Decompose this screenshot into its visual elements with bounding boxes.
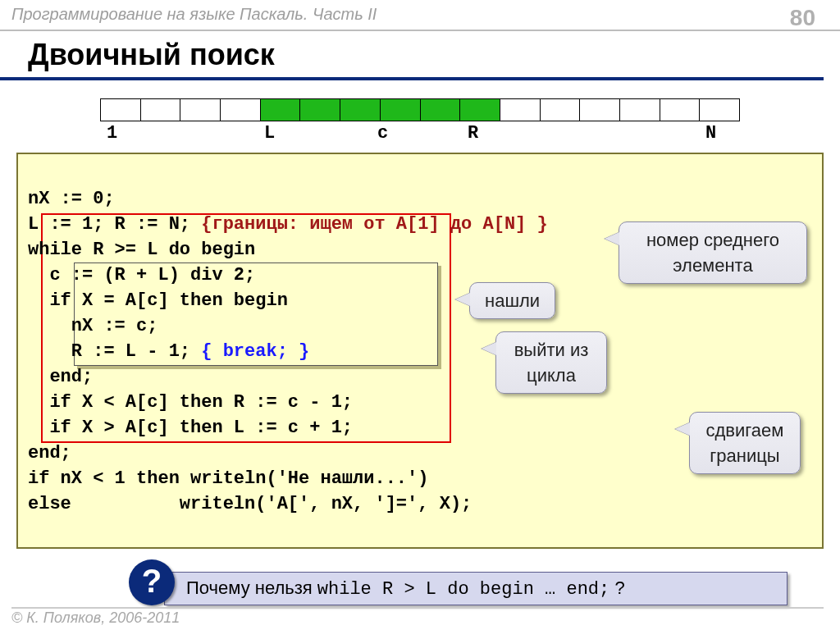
callout-text: сдвигаем границы bbox=[706, 420, 784, 466]
question-box: ? Почему нельзя while R > L do begin … e… bbox=[164, 572, 788, 605]
code-line: if X = A[c] then begin bbox=[28, 290, 288, 311]
code-line: else writeln('A[', nX, ']=', X); bbox=[28, 494, 472, 514]
question-code: while R > L do begin … end; bbox=[317, 579, 609, 600]
code-break: { break; } bbox=[201, 341, 309, 362]
code-line: nX := 0; bbox=[28, 189, 115, 209]
array-cell bbox=[381, 98, 421, 121]
label-R: R bbox=[468, 123, 478, 144]
code-block: nX := 0; L := 1; R := N; {границы: ищем … bbox=[16, 153, 824, 549]
array-cell bbox=[221, 98, 261, 121]
array-cell bbox=[660, 98, 701, 121]
code-comment: {границы: ищем от A[1] до A[N] } bbox=[201, 214, 547, 235]
code-line: while R >= L do begin bbox=[28, 240, 255, 260]
callout-text: выйти из цикла bbox=[514, 340, 589, 386]
question-text-pre: Почему нельзя bbox=[186, 578, 317, 598]
array-cell bbox=[141, 98, 181, 121]
code-line: if nX < 1 then writeln('Не нашли...') bbox=[28, 468, 428, 489]
code-line: if X > A[c] then L := c + 1; bbox=[28, 418, 353, 438]
code-line: L := 1; R := N; bbox=[28, 214, 201, 235]
array-cell bbox=[100, 98, 141, 121]
code-lines: nX := 0; L := 1; R := N; {границы: ищем … bbox=[28, 161, 814, 542]
code-line: end; bbox=[28, 443, 71, 463]
code-line: R := L - 1; bbox=[28, 341, 201, 362]
label-N: N bbox=[705, 123, 716, 144]
callout-found: нашли bbox=[469, 282, 555, 319]
array-cell bbox=[421, 98, 461, 121]
footer-copyright: © К. Поляков, 2006-2011 bbox=[11, 607, 824, 627]
array-cell bbox=[580, 98, 620, 121]
page-number: 80 bbox=[790, 5, 815, 31]
callout-exit-loop: выйти из цикла bbox=[495, 331, 607, 394]
array-cell bbox=[261, 98, 301, 121]
array-cell bbox=[700, 98, 740, 121]
code-line: end; bbox=[28, 367, 93, 387]
callout-shift-bounds: сдвигаем границы bbox=[689, 412, 801, 474]
array-cell bbox=[340, 98, 381, 121]
question-text-post: ? bbox=[609, 578, 624, 598]
course-title: Программирование на языке Паскаль. Часть… bbox=[11, 5, 377, 24]
code-line: nX := c; bbox=[28, 316, 158, 336]
array-cell bbox=[620, 98, 660, 121]
array-cell bbox=[300, 98, 340, 121]
code-line: c := (R + L) div 2; bbox=[28, 265, 255, 285]
array-cell bbox=[541, 98, 581, 121]
callout-text: нашли bbox=[485, 290, 540, 311]
label-1: 1 bbox=[107, 123, 117, 144]
array-labels: 1 L c R N bbox=[100, 123, 740, 144]
header-bar: Программирование на языке Паскаль. Часть… bbox=[0, 0, 840, 31]
code-line: if X < A[c] then R := c - 1; bbox=[28, 392, 353, 413]
question-mark-icon: ? bbox=[129, 559, 175, 605]
callout-text: номер среднего элемента bbox=[646, 230, 779, 276]
array-diagram bbox=[100, 98, 740, 121]
label-c: c bbox=[377, 123, 388, 144]
label-L: L bbox=[264, 123, 275, 144]
slide-title: Двоичный поиск bbox=[0, 31, 824, 80]
callout-middle-element: номер среднего элемента bbox=[619, 221, 807, 284]
array-cell bbox=[460, 98, 500, 121]
array-cell bbox=[180, 98, 221, 121]
array-cell bbox=[500, 98, 541, 121]
